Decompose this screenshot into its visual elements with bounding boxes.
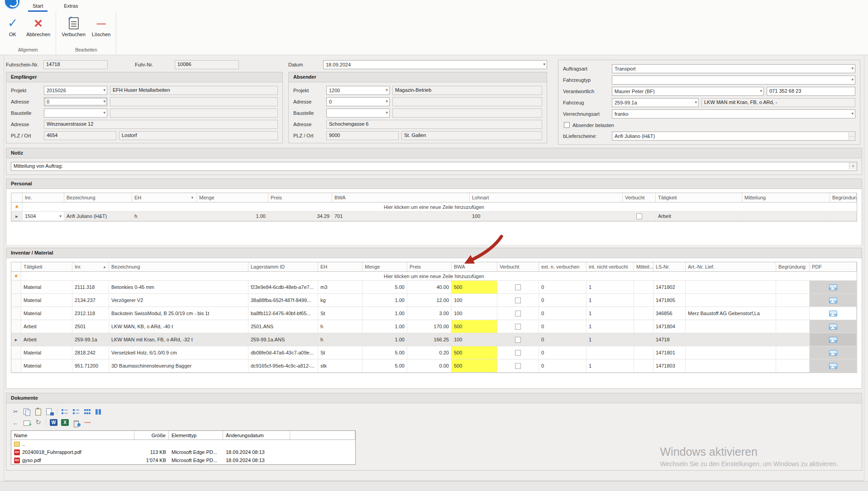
checkbox-icon[interactable] <box>515 350 521 356</box>
verbucht-cell[interactable] <box>497 294 539 307</box>
personal-col-bwa[interactable]: BWA <box>332 193 470 202</box>
mitteilung-cell[interactable] <box>742 212 830 221</box>
menge-cell[interactable]: 5.00 <box>362 359 407 372</box>
mitteilung-cell[interactable] <box>634 333 653 346</box>
save-icon[interactable] <box>45 407 54 416</box>
file-name-cell[interactable]: gyso.pdf <box>11 458 134 463</box>
lagerstamm-cell[interactable]: db08fe0d-47a6-43c7-a09e... <box>248 346 318 359</box>
filter-icon[interactable]: ▼ <box>191 196 194 200</box>
artnr-cell[interactable] <box>686 346 776 359</box>
new-folder-icon[interactable] <box>22 418 32 427</box>
ext-verbuchen-cell[interactable]: 0 <box>539 294 587 307</box>
file-name-cell[interactable]: 20240918_Fuhrrapport.pdf <box>11 449 134 455</box>
chevron-down-icon[interactable]: ▾ <box>851 77 854 82</box>
ext-verbuchen-cell[interactable]: 0 <box>539 333 587 346</box>
menge-cell[interactable]: 1.00 <box>362 320 407 333</box>
preis-cell[interactable]: 40.00 <box>407 281 452 293</box>
auftragsart-combo[interactable]: Transport▾ <box>612 64 855 73</box>
pdf-cell[interactable] <box>810 346 857 359</box>
ext-verbuchen-cell[interactable]: 0 <box>539 281 587 293</box>
image-icon[interactable] <box>829 297 837 303</box>
preis-cell[interactable]: 0.20 <box>407 346 452 359</box>
ok-button[interactable]: OK <box>3 14 23 38</box>
telefon-field[interactable]: 071 352 68 23 <box>767 87 855 96</box>
bwa-cell[interactable]: 100 <box>452 333 497 346</box>
list-item[interactable]: gyso.pdf1'074 KBMicrosoft Edge PD...18.0… <box>11 456 355 464</box>
inr-cell[interactable]: 259-99.1a <box>72 333 109 346</box>
begruendung-cell[interactable] <box>776 294 810 307</box>
artnr-cell[interactable] <box>686 320 776 333</box>
table-row[interactable]: Arbeit2501LKW MAN, KB, o ARd, -40 t2501.… <box>11 320 857 333</box>
image-icon[interactable] <box>829 311 837 316</box>
list-item[interactable]: 20240918_Fuhrrapport.pdf113 KBMicrosoft … <box>11 448 355 456</box>
view-large-icons-icon[interactable] <box>94 407 104 416</box>
lagerstamm-cell[interactable]: f23e9e84-6cdb-48eb-a7e7... <box>248 281 318 293</box>
absender-belasten-checkbox[interactable] <box>564 122 570 128</box>
ext-verbuchen-cell[interactable]: 0 <box>539 359 587 372</box>
artnr-cell[interactable] <box>686 359 776 372</box>
pdf-cell[interactable] <box>810 320 857 333</box>
material-col-inr[interactable]: Inr.▲ <box>72 262 109 271</box>
table-row[interactable]: ▸Arbeit259-99.1aLKW MAN mit Kran, FB, o … <box>11 333 857 346</box>
personal-col-menge[interactable]: Menge <box>197 193 268 202</box>
personal-new-row[interactable]: Hier klicken um eine neue Zeile hinzuzuf… <box>11 203 857 212</box>
view-list-icon[interactable] <box>60 407 70 416</box>
docs-col-aenderungsdatum[interactable]: Änderungsdatum <box>223 431 290 439</box>
datum-picker[interactable]: 18.09.2024▾ <box>323 60 547 69</box>
back-icon[interactable] <box>11 418 20 427</box>
taetigkeit-cell[interactable]: Arbeit <box>21 333 72 346</box>
bwa-cell[interactable]: 500 <box>452 346 497 359</box>
material-col-preis[interactable]: Preis <box>407 262 452 271</box>
fahrzeugtyp-combo[interactable]: ▾ <box>612 76 855 85</box>
inr-cell[interactable]: 2134.237 <box>72 294 109 307</box>
menge-cell[interactable]: 1.00 <box>362 307 407 320</box>
delete-icon[interactable] <box>72 418 81 427</box>
int-verbucht-cell[interactable]: 1 <box>587 359 634 372</box>
image-icon[interactable] <box>829 337 837 343</box>
notes-icon[interactable]: ≡ <box>849 162 857 170</box>
eh-cell[interactable]: h <box>132 212 197 221</box>
bezeichnung-cell[interactable]: Backstein SwissModul, B 25.0/19 cm - bis… <box>109 307 248 320</box>
mitteilung-cell[interactable] <box>634 294 653 307</box>
personal-col-preis[interactable]: Preis <box>268 193 332 202</box>
menge-cell[interactable]: 5.00 <box>362 281 407 293</box>
empfaenger-ort-field[interactable]: Lostorf <box>119 131 278 140</box>
eh-cell[interactable]: stk <box>318 359 362 372</box>
spinner-control[interactable] <box>849 132 854 140</box>
sort-ascending-icon[interactable]: ▲ <box>103 265 106 269</box>
image-icon[interactable] <box>829 350 837 356</box>
bezeichnung-cell[interactable]: Versetzkeil Holz, 6/1.0/0.9 cm <box>109 346 248 359</box>
eh-cell[interactable]: kg <box>318 294 362 307</box>
refresh-icon[interactable] <box>33 418 43 427</box>
fuhrschein-nr-field[interactable]: 14718 <box>43 60 108 69</box>
preis-cell[interactable]: 34.29 <box>268 212 332 221</box>
chevron-down-icon[interactable]: ▾ <box>386 110 388 115</box>
tab-start[interactable]: Start <box>28 2 48 12</box>
absender-strasse-field[interactable]: Schochengasse 6 <box>326 120 542 129</box>
lsnr-cell[interactable]: 346856 <box>653 307 686 320</box>
verbucht-cell[interactable] <box>497 333 539 346</box>
material-col-menge[interactable]: Menge <box>362 262 407 271</box>
verbuchen-button[interactable]: ✓ Verbuchen <box>59 14 88 38</box>
taetigkeit-cell[interactable]: Material <box>21 359 72 372</box>
checkbox-icon[interactable] <box>515 324 521 330</box>
checkbox-icon[interactable] <box>515 337 521 343</box>
material-col-artnr[interactable]: Art.-Nr. Lief. <box>686 262 776 271</box>
int-verbucht-cell[interactable] <box>587 346 634 359</box>
lsnr-cell[interactable]: 1471804 <box>653 320 686 333</box>
verbucht-cell[interactable] <box>497 281 539 293</box>
chevron-down-icon[interactable]: ▾ <box>543 62 545 66</box>
chevron-down-icon[interactable]: ▾ <box>760 89 762 93</box>
menge-cell[interactable]: 1.00 <box>362 294 407 307</box>
mitteilung-cell[interactable] <box>634 320 653 333</box>
eh-cell[interactable]: h <box>318 320 362 333</box>
bwa-cell[interactable]: 500 <box>452 281 497 293</box>
checkbox-icon[interactable] <box>515 363 521 369</box>
cut-icon[interactable] <box>11 407 20 416</box>
empfaenger-plz-field[interactable]: 4654 <box>44 131 116 140</box>
menge-cell[interactable]: 1.00 <box>362 333 407 346</box>
word-export-icon[interactable] <box>49 418 58 427</box>
image-icon[interactable] <box>829 363 837 369</box>
personal-col-verbucht[interactable]: Verbucht <box>623 193 656 202</box>
bezeichnung-cell[interactable]: LKW MAN, KB, o ARd, -40 t <box>109 320 248 333</box>
